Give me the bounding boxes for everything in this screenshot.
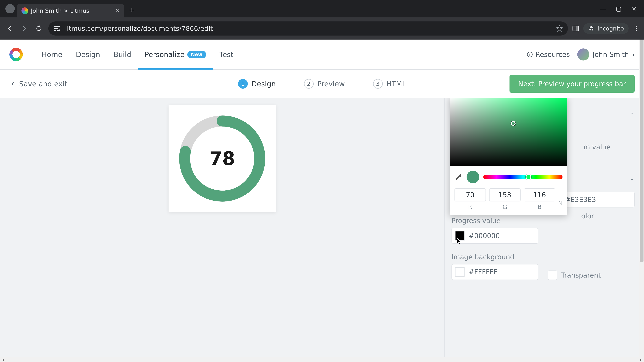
wizard-bar: Save and exit 1 Design 2 Preview 3 HTML [0, 70, 644, 98]
scrollbar-track[interactable] [6, 357, 638, 362]
picker-current-swatch [466, 171, 479, 183]
hue-slider[interactable] [483, 175, 562, 179]
nav-design[interactable]: Design [69, 39, 107, 69]
picker-b-label: B [538, 203, 542, 210]
incognito-indicator[interactable]: Incognito [583, 23, 628, 34]
nav-design-label: Design [76, 50, 100, 59]
image-bg-label: Image background [452, 253, 538, 261]
picker-r-label: R [468, 203, 472, 210]
save-and-exit-label: Save and exit [19, 80, 67, 88]
step-design-label: Design [252, 80, 276, 88]
window-controls: ― ▢ ✕ [600, 0, 644, 17]
window-close-icon[interactable]: ✕ [632, 5, 636, 12]
svg-point-2 [636, 26, 637, 27]
progress-value-hex: #000000 [468, 232, 500, 240]
color-picker-popover: R G B ⇅ [450, 98, 567, 215]
settings-sidebar: R G B ⇅ [444, 98, 644, 357]
tab-close-icon[interactable]: ✕ [116, 7, 120, 14]
progress-card: 78 [168, 105, 276, 212]
nav-personalize-label: Personalize [144, 50, 184, 59]
step-preview-num: 2 [304, 79, 314, 89]
color-mode-toggle[interactable]: ⇅ [559, 200, 562, 206]
app-topnav: Home Design Build Personalize New Test R… [0, 39, 644, 70]
browser-toolbar: litmus.com/personalize/documents/7866/ed… [0, 17, 644, 39]
wizard-steps: 1 Design 2 Preview 3 HTML [238, 79, 406, 89]
side-panel-icon[interactable] [572, 25, 579, 32]
nav-build-label: Build [114, 50, 131, 59]
nav-test-label: Test [220, 50, 234, 59]
color-picker-sv-plane[interactable] [450, 98, 567, 166]
track-color-hex: #E3E3E3 [565, 196, 596, 203]
progress-value-color-input[interactable]: #000000 [452, 228, 538, 244]
chevron-down-icon: ⌄ [630, 175, 634, 182]
incognito-label: Incognito [598, 25, 624, 32]
transparent-checkbox[interactable] [548, 271, 557, 280]
nav-new-badge: New [187, 51, 206, 58]
scrollbar-thumb[interactable] [640, 39, 644, 262]
window-minimize-icon[interactable]: ― [600, 5, 606, 12]
scroll-right-icon[interactable]: ▸ [638, 357, 644, 362]
next-button[interactable]: Next: Preview your progress bar [510, 75, 634, 93]
browser-tab-active[interactable]: John Smith > Litmus ✕ [17, 4, 124, 17]
reload-button[interactable] [34, 23, 44, 34]
site-settings-icon[interactable] [53, 24, 61, 32]
progress-donut: 78 [175, 112, 269, 205]
nav-items: Home Design Build Personalize New Test [35, 39, 240, 69]
step-html-label: HTML [386, 80, 406, 88]
image-bg-hex: #FFFFFF [468, 268, 498, 276]
save-and-exit[interactable]: Save and exit [10, 80, 67, 88]
nav-test[interactable]: Test [213, 39, 240, 69]
bookmark-star-icon[interactable] [556, 25, 563, 32]
step-html[interactable]: 3 HTML [373, 79, 406, 89]
step-design-num: 1 [238, 79, 248, 89]
browser-titlebar: John Smith > Litmus ✕ + ― ▢ ✕ [0, 0, 644, 17]
nav-build[interactable]: Build [107, 39, 138, 69]
work-area: 78 [0, 98, 644, 357]
chevron-down-icon: ⌄ [630, 108, 634, 115]
step-separator [282, 84, 298, 84]
user-menu[interactable]: John Smith ▾ [577, 48, 634, 60]
tab-search-icon[interactable] [5, 4, 15, 13]
step-design[interactable]: 1 Design [238, 79, 276, 89]
max-value-label-partial: m value [584, 143, 610, 151]
svg-rect-1 [576, 26, 578, 31]
picker-g-label: G [502, 203, 507, 210]
nav-personalize[interactable]: Personalize New [138, 39, 213, 69]
step-preview[interactable]: 2 Preview [304, 79, 345, 89]
resources-link[interactable]: Resources [526, 51, 570, 58]
image-bg-color-input[interactable]: #FFFFFF [452, 264, 538, 280]
preview-canvas: 78 [0, 98, 444, 357]
scroll-left-icon[interactable]: ◂ [0, 357, 6, 362]
page: Home Design Build Personalize New Test R… [0, 39, 644, 362]
picker-g-input[interactable] [489, 188, 520, 201]
resources-label: Resources [536, 51, 570, 58]
picker-r-input[interactable] [454, 188, 486, 201]
tab-favicon [22, 7, 28, 14]
user-name: John Smith [593, 51, 629, 58]
svg-rect-7 [530, 53, 530, 53]
nav-home[interactable]: Home [35, 39, 69, 69]
horizontal-scrollbar[interactable]: ◂ ▸ [0, 357, 644, 362]
window-maximize-icon[interactable]: ▢ [616, 5, 622, 12]
sv-thumb[interactable] [511, 121, 516, 126]
progress-value-swatch [455, 231, 464, 241]
transparent-toggle[interactable]: Transparent [548, 271, 634, 280]
svg-point-3 [636, 28, 637, 29]
step-separator [350, 84, 367, 84]
browser-menu-icon[interactable] [632, 25, 640, 32]
new-tab-button[interactable]: + [129, 5, 135, 14]
back-button[interactable] [4, 23, 15, 34]
svg-point-4 [636, 30, 637, 31]
chevron-down-icon: ▾ [632, 52, 634, 57]
nav-home-label: Home [42, 50, 62, 59]
picker-b-input[interactable] [524, 188, 555, 201]
step-html-num: 3 [373, 79, 383, 89]
incognito-icon [588, 25, 595, 32]
hue-thumb[interactable] [526, 174, 531, 180]
next-button-label: Next: Preview your progress bar [518, 80, 626, 88]
forward-button[interactable] [19, 23, 30, 34]
eyedropper-icon[interactable] [454, 173, 462, 181]
vertical-scrollbar[interactable] [639, 39, 644, 357]
address-bar[interactable]: litmus.com/personalize/documents/7866/ed… [48, 21, 568, 35]
app-logo[interactable] [10, 48, 23, 61]
